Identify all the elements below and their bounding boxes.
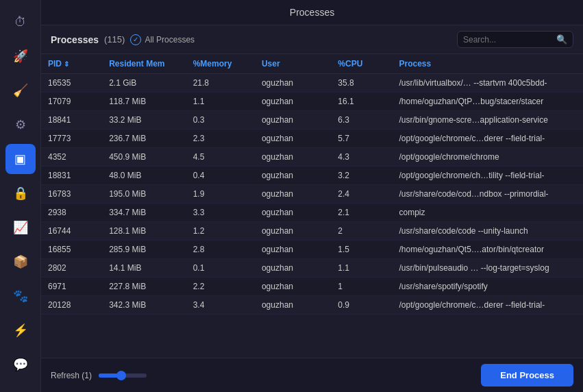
cell-user: oguzhan xyxy=(255,111,331,130)
table-row[interactable]: 2938 334.7 MiB 3.3 oguzhan 2.1 compiz xyxy=(41,204,583,222)
cell-pct-mem: 3.4 xyxy=(186,296,255,315)
window-title: Processes xyxy=(290,7,334,18)
cell-process: /home/oguzhan/Qt5….ator/bin/qtcreator xyxy=(392,241,583,259)
cell-process: /opt/google/chrome/chrome xyxy=(392,148,583,167)
sidebar-item-monitor[interactable]: ▣ xyxy=(5,144,36,174)
col-header-cpu[interactable]: %CPU xyxy=(331,54,392,74)
sidebar-item-tweaks[interactable]: ⚡ xyxy=(5,315,36,345)
table-row[interactable]: 16535 2.1 GiB 21.8 oguzhan 35.8 /usr/lib… xyxy=(41,74,583,93)
sidebar-item-gnome[interactable]: 🐾 xyxy=(5,281,36,311)
cell-pct-mem: 2.2 xyxy=(186,278,255,296)
sidebar: ⏱ 🚀 🧹 ⚙ ▣ 🔒 📈 📦 🐾 ⚡ 💬 xyxy=(0,0,41,392)
process-table: PID ⇕ Resident Mem %Memory User %CPU Pro… xyxy=(41,54,583,315)
cell-cpu: 16.1 xyxy=(331,93,392,111)
col-header-pid[interactable]: PID ⇕ xyxy=(41,54,102,74)
cell-pct-mem: 1.1 xyxy=(186,93,255,111)
cell-pid: 6971 xyxy=(41,278,102,296)
cell-pid: 2802 xyxy=(41,259,102,278)
cell-mem: 285.9 MiB xyxy=(102,241,186,259)
cell-pid: 16535 xyxy=(41,74,102,93)
col-header-user[interactable]: User xyxy=(255,54,331,74)
col-header-process[interactable]: Process xyxy=(392,54,583,74)
col-header-pct-mem[interactable]: %Memory xyxy=(186,54,255,74)
cell-user: oguzhan xyxy=(255,278,331,296)
all-processes-label: All Processes xyxy=(145,35,195,45)
cell-pid: 20128 xyxy=(41,296,102,315)
cell-pid: 18831 xyxy=(41,167,102,185)
table-row[interactable]: 4352 450.9 MiB 4.5 oguzhan 4.3 /opt/goog… xyxy=(41,148,583,167)
cell-pct-mem: 0.1 xyxy=(186,259,255,278)
cell-user: oguzhan xyxy=(255,259,331,278)
search-input[interactable] xyxy=(463,35,552,45)
cell-pid: 17079 xyxy=(41,93,102,111)
cell-pid: 16744 xyxy=(41,222,102,241)
refresh-label: Refresh (1) xyxy=(51,371,92,380)
cell-pct-mem: 0.4 xyxy=(186,167,255,185)
cell-user: oguzhan xyxy=(255,204,331,222)
cell-process: /usr/share/code/code --unity-launch xyxy=(392,222,583,241)
cell-process: /usr/share/code/cod…ndbox --primordial- xyxy=(392,185,583,204)
check-circle-icon: ✓ xyxy=(130,34,141,45)
col-header-mem[interactable]: Resident Mem xyxy=(102,54,186,74)
all-processes-button[interactable]: ✓ All Processes xyxy=(130,34,195,45)
cell-cpu: 1 xyxy=(331,278,392,296)
table-row[interactable]: 16783 195.0 MiB 1.9 oguzhan 2.4 /usr/sha… xyxy=(41,185,583,204)
cell-mem: 33.2 MiB xyxy=(102,111,186,130)
cell-mem: 118.7 MiB xyxy=(102,93,186,111)
table-row[interactable]: 18831 48.0 MiB 0.4 oguzhan 3.2 /opt/goog… xyxy=(41,167,583,185)
table-row[interactable]: 17079 118.7 MiB 1.1 oguzhan 16.1 /home/o… xyxy=(41,93,583,111)
sidebar-item-terminal[interactable]: 💬 xyxy=(5,350,36,380)
sidebar-item-packages[interactable]: 📦 xyxy=(5,247,36,277)
cell-mem: 342.3 MiB xyxy=(102,296,186,315)
sidebar-item-startup[interactable]: 🚀 xyxy=(5,41,36,71)
cell-mem: 195.0 MiB xyxy=(102,185,186,204)
search-icon: 🔍 xyxy=(556,34,567,45)
table-row[interactable]: 20128 342.3 MiB 3.4 oguzhan 0.9 /opt/goo… xyxy=(41,296,583,315)
table-body: 16535 2.1 GiB 21.8 oguzhan 35.8 /usr/lib… xyxy=(41,74,583,315)
sort-icon: ⇕ xyxy=(64,60,69,68)
cell-cpu: 6.3 xyxy=(331,111,392,130)
search-box: 🔍 xyxy=(457,31,573,48)
cell-cpu: 5.7 xyxy=(331,130,392,148)
sidebar-item-uninstall[interactable]: 🔒 xyxy=(5,178,36,208)
table-row[interactable]: 16744 128.1 MiB 1.2 oguzhan 2 /usr/share… xyxy=(41,222,583,241)
cell-pid: 17773 xyxy=(41,130,102,148)
cell-process: /opt/google/chrome/ch…tility --field-tri… xyxy=(392,167,583,185)
cell-pct-mem: 3.3 xyxy=(186,204,255,222)
processes-count: (115) xyxy=(104,34,125,45)
cell-user: oguzhan xyxy=(255,167,331,185)
table-row[interactable]: 17773 236.7 MiB 2.3 oguzhan 5.7 /opt/goo… xyxy=(41,130,583,148)
sidebar-item-services[interactable]: 🧹 xyxy=(5,75,36,106)
cell-process: /opt/google/chrome/c…derer --field-trial… xyxy=(392,130,583,148)
cell-process: /usr/bin/gnome-scre…application-service xyxy=(392,111,583,130)
cell-pct-mem: 4.5 xyxy=(186,148,255,167)
cell-user: oguzhan xyxy=(255,222,331,241)
table-row[interactable]: 2802 14.1 MiB 0.1 oguzhan 1.1 /usr/bin/p… xyxy=(41,259,583,278)
table-row[interactable]: 6971 227.8 MiB 2.2 oguzhan 1 /usr/share/… xyxy=(41,278,583,296)
cell-user: oguzhan xyxy=(255,130,331,148)
cell-mem: 2.1 GiB xyxy=(102,74,186,93)
end-process-button[interactable]: End Process xyxy=(481,364,573,387)
cell-user: oguzhan xyxy=(255,296,331,315)
sidebar-item-processes-settings[interactable]: ⚙ xyxy=(5,110,36,140)
cell-pid: 2938 xyxy=(41,204,102,222)
cell-process: /opt/google/chrome/c…derer --field-trial… xyxy=(392,296,583,315)
cell-mem: 227.8 MiB xyxy=(102,278,186,296)
cell-pct-mem: 1.2 xyxy=(186,222,255,241)
cell-cpu: 2.1 xyxy=(331,204,392,222)
cell-pid: 16783 xyxy=(41,185,102,204)
cell-pid: 16855 xyxy=(41,241,102,259)
process-table-container: PID ⇕ Resident Mem %Memory User %CPU Pro… xyxy=(41,54,583,358)
cell-process: /home/oguzhan/QtP…bug/stacer/stacer xyxy=(392,93,583,111)
sidebar-item-analytics[interactable]: 📈 xyxy=(5,212,36,243)
table-row[interactable]: 16855 285.9 MiB 2.8 oguzhan 1.5 /home/og… xyxy=(41,241,583,259)
refresh-slider-track[interactable] xyxy=(99,373,147,378)
sidebar-item-dashboard[interactable]: ⏱ xyxy=(5,7,36,37)
processes-heading: Processes xyxy=(51,34,99,45)
table-row[interactable]: 18841 33.2 MiB 0.3 oguzhan 6.3 /usr/bin/… xyxy=(41,111,583,130)
cell-process: compiz xyxy=(392,204,583,222)
cell-mem: 128.1 MiB xyxy=(102,222,186,241)
cell-mem: 14.1 MiB xyxy=(102,259,186,278)
cell-user: oguzhan xyxy=(255,241,331,259)
refresh-area: Refresh (1) xyxy=(51,371,147,380)
